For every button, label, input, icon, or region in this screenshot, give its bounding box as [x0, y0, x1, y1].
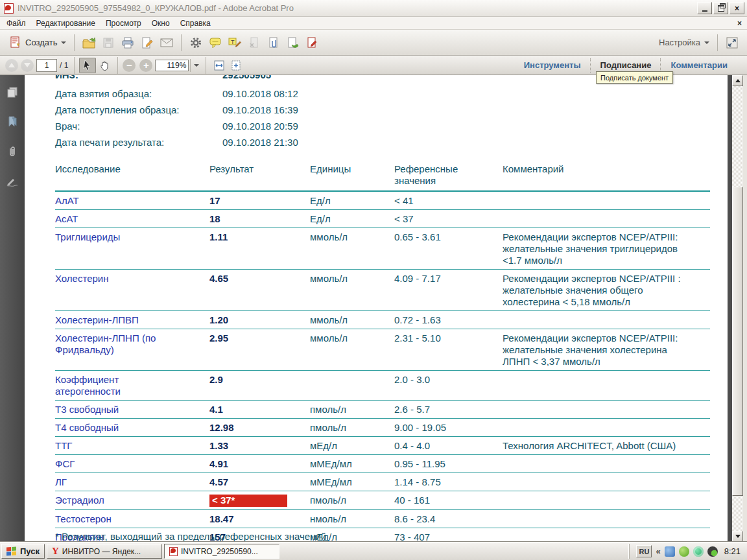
test-name-cell[interactable]: АлАТ [55, 191, 209, 210]
test-name-cell[interactable]: АсАТ [55, 210, 209, 228]
test-name-cell[interactable]: Т4 свободный [55, 419, 209, 437]
units-cell: Ед/л [310, 191, 394, 210]
email-button[interactable] [157, 34, 176, 52]
zoom-out-button[interactable]: − [123, 59, 136, 72]
scroll-up-button[interactable] [732, 75, 743, 86]
menu-item-справка[interactable]: Справка [175, 18, 216, 29]
test-name-cell[interactable]: Триглицериды [55, 228, 209, 270]
taskbar-window-button[interactable]: YИНВИТРО — Яндек... [47, 544, 162, 559]
create-button[interactable]: Создать [5, 34, 69, 52]
test-name-cell[interactable]: ЛГ [55, 473, 209, 491]
test-name-cell[interactable]: Тестостерон [55, 510, 209, 528]
test-name-link[interactable]: Холестерин [55, 273, 109, 285]
attachments-icon[interactable] [5, 144, 19, 159]
test-name-cell[interactable]: Холестерин-ЛПНП (по Фридвальду) [55, 329, 209, 371]
taskbar-window-button[interactable]: INVITRO_29250590... [164, 544, 279, 559]
test-name-link[interactable]: Эстрадиол [55, 495, 104, 506]
test-name-link[interactable]: АлАТ [55, 195, 79, 207]
minimize-button[interactable] [697, 2, 712, 14]
page-thumbnails-icon[interactable] [5, 84, 19, 100]
scroll-down-button[interactable] [732, 531, 743, 542]
test-name-cell[interactable]: Эстрадиол [55, 491, 209, 510]
chevron-down-icon [704, 41, 709, 44]
start-button[interactable]: Пуск [1, 544, 45, 559]
comment-text: Рекомендации экспертов NCEP/ATPIII: жела… [503, 332, 697, 368]
test-name-link[interactable]: Т4 свободный [55, 422, 119, 434]
open-file-button[interactable] [79, 34, 99, 52]
tray-collapse-icon[interactable]: « [656, 546, 660, 556]
sign-panel-button[interactable]: Подписание [591, 60, 661, 70]
tray-app-icon-blue[interactable] [665, 546, 675, 557]
test-name-link[interactable]: Коэффициент атерогенности [55, 374, 158, 397]
bookmarks-icon[interactable] [5, 114, 19, 130]
comment-cell [503, 510, 710, 528]
tools-panel-button[interactable]: Инструменты [515, 60, 590, 70]
test-name-link[interactable]: Триглицериды [55, 231, 120, 243]
test-name-link[interactable]: ФСГ [55, 458, 75, 470]
signatures-icon[interactable] [5, 174, 19, 189]
sign-document-button[interactable] [137, 34, 157, 52]
system-tray: RU « 8:21 [629, 544, 746, 559]
window-title: INVITRO_292505905_97554982_0_КРУЖАЛОВ.pd… [18, 3, 697, 13]
reading-mode-button[interactable] [722, 34, 742, 52]
test-name-link[interactable]: ТТГ [55, 440, 72, 452]
zoom-level-input[interactable]: 119% [155, 60, 189, 71]
text-annotation-button[interactable]: T [225, 34, 244, 52]
close-icon: × [735, 5, 739, 12]
test-name-link[interactable]: Холестерин-ЛПВП [55, 314, 139, 326]
menu-item-окно[interactable]: Окно [147, 18, 175, 29]
comment-button[interactable] [206, 34, 225, 52]
comment-cell [503, 371, 710, 401]
comment-cell [503, 419, 710, 437]
test-name-link[interactable]: Тестостерон [55, 513, 112, 525]
document-close-icon[interactable]: × [737, 19, 742, 28]
test-name-cell[interactable]: Холестерин [55, 270, 209, 311]
select-tool-button[interactable] [79, 58, 96, 73]
close-button[interactable]: × [729, 2, 744, 14]
comment-cell [503, 210, 710, 228]
title-bar: INVITRO_292505905_97554982_0_КРУЖАЛОВ.pd… [0, 0, 747, 17]
print-button[interactable] [118, 34, 137, 52]
test-name-link[interactable]: Т3 свободный [55, 404, 119, 415]
comments-panel-button[interactable]: Комментарии [661, 60, 737, 70]
minimize-icon [702, 10, 707, 12]
test-name-link[interactable]: АсАТ [55, 213, 78, 225]
tray-app-icon-green[interactable] [679, 546, 689, 557]
language-indicator[interactable]: RU [636, 545, 652, 557]
test-name-cell[interactable]: ФСГ [55, 455, 209, 473]
table-row: ЛГ4.57мМЕд/мл1.14 - 8.75 [55, 473, 710, 491]
zoom-in-button[interactable]: + [139, 59, 152, 72]
vertical-scrollbar[interactable] [732, 75, 743, 542]
remove-file-button [244, 34, 264, 52]
tray-app-icon-dark[interactable] [707, 546, 718, 557]
yandex-icon: Y [52, 546, 59, 556]
scrollbar-thumb[interactable] [732, 187, 743, 496]
print-icon [121, 36, 135, 49]
test-name-cell[interactable]: Коэффициент атерогенности [55, 371, 209, 401]
restore-button[interactable] [713, 2, 728, 14]
test-name-cell[interactable]: Т3 свободный [55, 401, 209, 419]
attach-file-button[interactable] [264, 34, 283, 52]
comment-cell [503, 311, 710, 329]
test-name-cell[interactable]: ТТГ [55, 437, 209, 455]
menu-item-редактирование[interactable]: Редактирование [31, 18, 101, 29]
menu-item-просмотр[interactable]: Просмотр [101, 18, 147, 29]
test-name-cell[interactable]: Холестерин-ЛПВП [55, 311, 209, 329]
edit-document-button[interactable] [303, 34, 322, 52]
fit-page-button[interactable] [228, 58, 244, 73]
hand-tool-button[interactable] [96, 58, 113, 73]
fit-width-button[interactable] [211, 58, 228, 73]
test-name-link[interactable]: Холестерин-ЛПНП (по Фридвальду) [55, 332, 158, 356]
tray-app-icon-ring[interactable] [693, 546, 704, 557]
zoom-dropdown-button[interactable] [190, 59, 201, 72]
settings-gear-button[interactable] [186, 34, 206, 52]
doc-attach-icon [267, 36, 280, 49]
customize-button[interactable]: Настройка [656, 34, 713, 52]
taskbar-window-label: ИНВИТРО — Яндек... [62, 547, 141, 556]
page-number-input[interactable] [36, 59, 57, 72]
export-file-button[interactable] [283, 34, 303, 52]
document-info-block: Дата взятия образца:09.10.2018 08:12Дата… [25, 88, 728, 153]
reference-cell: 9.00 - 19.05 [394, 419, 503, 437]
menu-item-файл[interactable]: Файл [1, 18, 31, 29]
test-name-link[interactable]: ЛГ [55, 476, 67, 488]
